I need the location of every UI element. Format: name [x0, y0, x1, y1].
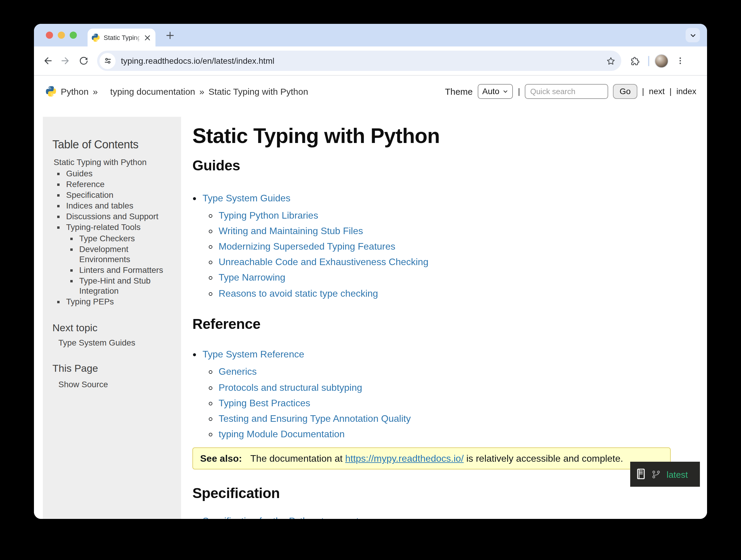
- mypy-docs-link[interactable]: https://mypy.readthedocs.io/: [345, 454, 464, 464]
- quick-search-input[interactable]: [525, 84, 608, 99]
- link-generics[interactable]: Generics: [219, 367, 257, 377]
- tab-search-chevron-icon[interactable]: [686, 28, 700, 42]
- toolbar-divider: [648, 56, 649, 66]
- toc-item: Type-Hint and Stub Integration: [79, 276, 172, 296]
- link-protocols[interactable]: Protocols and structural subtyping: [219, 382, 362, 392]
- url-text: typing.readthedocs.io/en/latest/index.ht…: [121, 56, 603, 66]
- toc-item: Indices and tables: [66, 201, 172, 211]
- brand: Python »: [46, 86, 102, 97]
- list-item: Testing and Ensuring Type Annotation Qua…: [219, 413, 671, 424]
- back-icon[interactable]: [40, 53, 55, 68]
- toc-link-typing-peps[interactable]: Typing PEPs: [66, 297, 114, 306]
- list-item: Typing Python Libraries: [219, 209, 671, 221]
- link-reasons-avoid[interactable]: Reasons to avoid static type checking: [219, 288, 378, 298]
- show-source-link[interactable]: Show Source: [58, 379, 172, 389]
- tab-close-icon[interactable]: [143, 34, 151, 42]
- next-topic-link[interactable]: Type System Guides: [58, 338, 172, 347]
- toc-link-indices[interactable]: Indices and tables: [66, 201, 133, 210]
- address-bar[interactable]: typing.readthedocs.io/en/latest/index.ht…: [97, 51, 621, 71]
- guides-heading: Guides: [192, 157, 671, 174]
- breadcrumb-typing-docs-link[interactable]: typing documentation: [110, 86, 195, 96]
- specification-link-list: Specification for the Python type system: [192, 515, 671, 519]
- toc-link-type-checkers[interactable]: Type Checkers: [79, 233, 135, 243]
- theme-select-value: Auto: [482, 86, 499, 96]
- separator-pipe: |: [642, 86, 644, 96]
- list-item: typing Module Documentation: [219, 428, 671, 440]
- theme-label: Theme: [445, 86, 473, 96]
- link-best-practices[interactable]: Typing Best Practices: [219, 398, 310, 408]
- minimize-window-button[interactable]: [58, 32, 65, 39]
- link-testing-quality[interactable]: Testing and Ensuring Type Annotation Qua…: [219, 414, 411, 424]
- menu-kebab-icon[interactable]: [673, 54, 687, 68]
- profile-avatar[interactable]: [655, 54, 668, 68]
- link-type-system-reference[interactable]: Type System Reference: [203, 349, 305, 359]
- doc-header-bar: Python » typing documentation » Static T…: [34, 76, 707, 104]
- link-unreachable-code[interactable]: Unreachable Code and Exhaustiveness Chec…: [219, 257, 428, 267]
- list-item: Type System Guides Typing Python Librari…: [203, 192, 671, 299]
- toc-item: Discussions and Support: [66, 212, 172, 222]
- browser-window: Static Typing with Python — t: [34, 24, 707, 519]
- next-page-link[interactable]: next: [649, 86, 665, 96]
- toc-title: Table of Contents: [52, 138, 172, 151]
- page-content: Python » typing documentation » Static T…: [34, 76, 707, 519]
- separator-pipe: |: [670, 86, 672, 96]
- list-item: Reasons to avoid static type checking: [219, 288, 671, 299]
- index-link[interactable]: index: [676, 86, 696, 96]
- link-spec-python-type-system[interactable]: Specification for the Python type system: [203, 516, 372, 519]
- site-settings-icon[interactable]: [99, 53, 116, 69]
- reference-heading: Reference: [192, 316, 671, 333]
- link-writing-stub-files[interactable]: Writing and Maintaining Stub Files: [219, 226, 363, 236]
- list-item: Unreachable Code and Exhaustiveness Chec…: [219, 256, 671, 268]
- toc-link-dev-envs[interactable]: Development Environments: [79, 244, 130, 264]
- list-item: Writing and Maintaining Stub Files: [219, 225, 671, 237]
- breadcrumb-python-link[interactable]: Python: [61, 86, 88, 96]
- screen: Static Typing with Python — t: [0, 0, 741, 560]
- go-button[interactable]: Go: [613, 84, 637, 99]
- list-item: Typing Best Practices: [219, 397, 671, 409]
- toc-root-item: Static Typing with Python Guides Referen…: [54, 157, 172, 307]
- readthedocs-version-badge[interactable]: latest: [630, 462, 700, 487]
- sidebar: Table of Contents Static Typing with Pyt…: [43, 117, 181, 519]
- toc-link-reference[interactable]: Reference: [66, 179, 105, 189]
- header-controls: Theme Auto | Go | next | index: [445, 84, 696, 99]
- toc-item: Guides: [66, 169, 172, 179]
- separator-pipe: |: [518, 86, 520, 96]
- table-of-contents: Static Typing with Python Guides Referen…: [52, 157, 172, 307]
- browser-toolbar: typing.readthedocs.io/en/latest/index.ht…: [34, 47, 707, 76]
- browser-tab[interactable]: Static Typing with Python — t: [87, 28, 155, 47]
- list-item: Specification for the Python type system: [203, 515, 671, 519]
- close-window-button[interactable]: [46, 32, 53, 39]
- reference-link-list: Type System Reference Generics Protocols…: [192, 349, 671, 440]
- link-typing-python-libraries[interactable]: Typing Python Libraries: [219, 210, 318, 220]
- toc-link-discussions[interactable]: Discussions and Support: [66, 212, 158, 221]
- zoom-window-button[interactable]: [70, 32, 77, 39]
- toc-link-typehint-stub[interactable]: Type-Hint and Stub Integration: [79, 276, 151, 296]
- document-body: Static Typing with Python Guides Type Sy…: [192, 124, 671, 519]
- link-typing-module-docs[interactable]: typing Module Documentation: [219, 429, 345, 439]
- toc-link-linters[interactable]: Linters and Formatters: [79, 265, 163, 275]
- toc-item: Development Environments: [79, 244, 172, 264]
- toc-link-static-typing[interactable]: Static Typing with Python: [54, 157, 146, 167]
- link-type-system-guides[interactable]: Type System Guides: [203, 193, 290, 203]
- toc-link-specification[interactable]: Specification: [66, 190, 114, 200]
- link-type-narrowing[interactable]: Type Narrowing: [219, 272, 285, 283]
- forward-icon[interactable]: [58, 53, 73, 68]
- toc-link-tools[interactable]: Typing-related Tools: [66, 223, 141, 232]
- extensions-icon[interactable]: [627, 53, 643, 68]
- python-logo-icon: [46, 86, 57, 97]
- toc-item: Typing-related Tools Type Checkers Devel…: [66, 223, 172, 296]
- list-item: Type Narrowing: [219, 272, 671, 283]
- page-title: Static Typing with Python: [192, 124, 671, 147]
- seealso-admonition: See also:The documentation at https://my…: [192, 448, 671, 470]
- reload-icon[interactable]: [76, 53, 91, 68]
- link-modernizing-typing[interactable]: Modernizing Superseded Typing Features: [219, 241, 396, 251]
- tab-strip: Static Typing with Python — t: [34, 24, 707, 47]
- version-label: latest: [667, 469, 688, 479]
- git-branch-icon: [652, 470, 661, 479]
- theme-select[interactable]: Auto: [477, 84, 513, 99]
- bookmark-star-icon[interactable]: [603, 54, 618, 68]
- toc-link-guides[interactable]: Guides: [66, 169, 92, 178]
- window-controls: [46, 32, 77, 39]
- new-tab-button[interactable]: [162, 28, 177, 42]
- tab-title-fade: [134, 28, 144, 47]
